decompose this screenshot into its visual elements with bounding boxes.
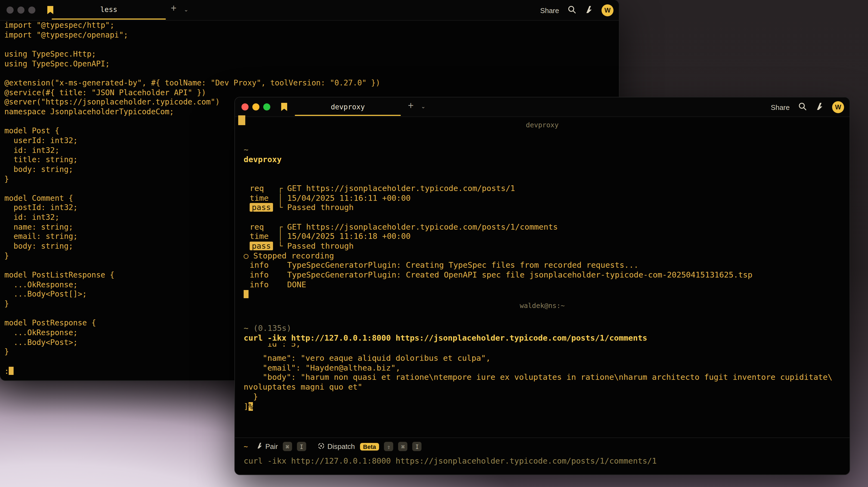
req-label: req [250,222,278,232]
request-row: req┌GET https://jsonplaceholder.typicode… [244,184,849,193]
key-cmd: ⌘ [398,442,408,451]
request-url: GET https://jsonplaceholder.typicode.com… [287,184,515,193]
text-cursor [244,290,249,298]
dispatch-icon [318,442,325,451]
window-controls[interactable] [242,103,270,111]
close-button[interactable] [6,6,13,13]
request-url: GET https://jsonplaceholder.typicode.com… [287,222,558,232]
info-message: TypeSpecGeneratorPlugin: Created OpenAPI… [287,270,752,280]
warp-logo-icon[interactable] [815,102,824,112]
tab-less[interactable]: less [52,0,166,19]
request-status: Passed through [287,203,353,212]
titlebar-actions: Share W [771,97,844,117]
less-prompt: : [4,366,9,375]
output-line: "name": "vero eaque aliquid doloribus et… [244,354,849,363]
cursor-line [244,290,849,299]
blank-line [244,213,849,222]
key-i: I [297,442,306,451]
pair-icon [256,443,263,451]
search-icon[interactable] [568,5,576,16]
info-message: TypeSpecGeneratorPlugin: Creating TypeSp… [287,261,639,270]
stopped-recording-line: ○Stopped recording [244,251,849,261]
output-line: "email": "Hayden@althea.biz", [244,363,849,373]
output-line: } [244,392,849,402]
minimize-button[interactable] [18,6,25,13]
code-line: using TypeSpec.OpenAPI; [4,59,617,68]
tab-title: devproxy [331,103,365,111]
bracket-mid: │ [278,193,287,203]
dispatch-label: Dispatch [328,443,355,451]
new-tab-button[interactable]: + [408,101,413,111]
session-title: devproxy [235,121,849,129]
zoom-button[interactable] [28,6,35,13]
info-message: DONE [287,280,306,290]
input-footer[interactable]: ~ Pair ⌘ I Dispatch Beta ⇧ ⌘ I curl -ikx… [235,437,849,475]
zoom-button[interactable] [263,103,270,111]
cwd: ~ [244,145,248,154]
tab-list-chevron-icon[interactable]: ⌄ [421,103,426,110]
dispatch-button[interactable]: Dispatch [318,442,355,451]
tab-devproxy[interactable]: devproxy [295,97,401,117]
close-button[interactable] [242,103,249,111]
text-cursor [9,366,14,375]
info-row: info TypeSpecGeneratorPlugin: Creating T… [244,261,849,270]
back-titlebar[interactable]: less + ⌄ Share W [0,0,619,21]
pass-badge: pass [250,242,278,251]
req-label: req [250,184,278,193]
host-title: waldek@ns:~ [235,301,849,310]
avatar[interactable]: W [832,101,844,113]
front-terminal-scrollback[interactable]: ~ devproxy req┌GET https://jsonplacehold… [235,145,849,300]
prompt-line: ~ [244,145,849,155]
info-label: info [250,270,278,280]
spacer [278,261,287,270]
bracket-bottom: └ [278,203,287,212]
output-line-clipped: "id": 5, [244,343,301,350]
time-label: time [250,193,278,203]
code-line [4,40,617,50]
beta-badge: Beta [360,443,379,450]
duration: (0.135s) [253,324,291,332]
command-line: curl -ikx http://127.0.0.1:8000 https://… [244,333,849,343]
request-time: 15/04/2025 11:16:11 +00:00 [287,193,411,203]
spacer [278,270,287,280]
request-status: Passed through [287,242,353,251]
info-label: info [250,280,278,290]
warp-logo-icon[interactable] [585,5,593,16]
key-i: I [412,442,422,451]
prompt-line: ~(0.135s) [244,324,849,333]
new-tab-button[interactable]: + [171,3,177,13]
front-terminal-window[interactable]: devproxy + ⌄ Share W devproxy ~ devproxy [235,97,850,475]
avatar[interactable]: W [601,4,614,16]
key-shift: ⇧ [384,442,394,451]
code-line: @extension("x-ms-generated-by", #{ toolN… [4,78,617,88]
time-row: time│15/04/2025 11:16:18 +00:00 [244,232,849,242]
active-tab-underline [52,19,166,20]
bracket-bottom: └ [278,242,287,251]
pass-row: pass└Passed through [244,242,849,251]
info-row: info DONE [244,280,849,290]
info-label: info [250,261,278,270]
tab-list-chevron-icon[interactable]: ⌄ [184,6,188,12]
bracket-top: ┌ [278,222,287,232]
footer-cwd: ~ [244,443,248,451]
search-icon[interactable] [798,102,807,112]
second-block[interactable]: ~(0.135s) curl -ikx http://127.0.0.1:800… [235,324,849,343]
minimize-button[interactable] [252,103,259,111]
request-row: req┌GET https://jsonplaceholder.typicode… [244,222,849,232]
share-button[interactable]: Share [771,103,790,111]
record-stop-icon: ○ [244,251,248,260]
code-line: import "@typespec/http"; [4,21,617,30]
time-label: time [250,232,278,242]
pair-button[interactable]: Pair [256,443,278,451]
desktop: less + ⌄ Share W import "@typespec/http"… [0,0,868,487]
code-line [4,69,617,78]
window-controls[interactable] [6,6,35,13]
output-line: ]% [244,402,849,412]
request-time: 15/04/2025 11:16:18 +00:00 [287,232,411,242]
command-output[interactable]: "name": "vero eaque aliquid doloribus et… [235,354,849,412]
share-button[interactable]: Share [540,6,559,14]
info-row: info TypeSpecGeneratorPlugin: Created Op… [244,270,849,280]
pair-label: Pair [266,443,278,451]
front-titlebar[interactable]: devproxy + ⌄ Share W [235,97,849,117]
pending-command-input[interactable]: curl -ikx http://127.0.0.1:8000 https://… [244,457,657,465]
